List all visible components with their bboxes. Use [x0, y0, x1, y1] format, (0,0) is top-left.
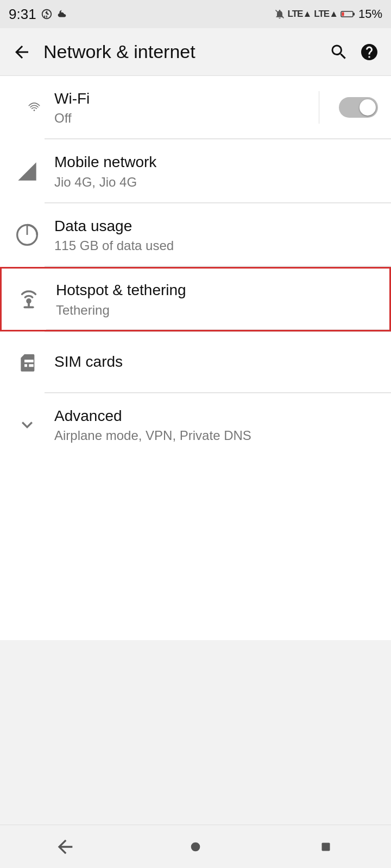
sim-cards-icon: [13, 348, 41, 376]
battery-percent: 15%: [358, 7, 382, 21]
settings-item-sim-cards[interactable]: SIM cards: [0, 332, 391, 393]
status-right-icons: LTE▲ LTE▲ 15%: [274, 7, 382, 21]
data-usage-text: Data usage 115 GB of data used: [54, 216, 378, 253]
settings-list: Wi-Fi Off Mobile network Jio 4G, Jio 4G: [0, 76, 391, 640]
svg-rect-2: [353, 13, 355, 16]
status-bar: 9:31 LTE▲ LTE▲: [0, 0, 391, 28]
wifi-toggle[interactable]: [339, 97, 378, 118]
settings-item-wifi[interactable]: Wi-Fi Off: [0, 76, 391, 139]
nav-home-button[interactable]: [174, 831, 217, 863]
status-right: LTE▲ LTE▲ 15%: [274, 7, 382, 21]
hotspot-text: Hotspot & tethering Tethering: [56, 280, 376, 317]
sim-cards-title: SIM cards: [54, 352, 378, 372]
svg-marker-5: [18, 162, 36, 180]
wifi-title: Wi-Fi: [54, 89, 308, 108]
wifi-divider: [319, 91, 319, 124]
advanced-text: Advanced Airplane mode, VPN, Private DNS: [54, 406, 378, 443]
hotspot-subtitle: Tethering: [56, 303, 376, 318]
lte2-signal-icon: LTE▲: [314, 9, 338, 20]
mobile-network-text: Mobile network Jio 4G, Jio 4G: [54, 152, 378, 189]
hotspot-title: Hotspot & tethering: [56, 280, 376, 300]
cloud-icon: [56, 8, 68, 20]
search-button[interactable]: [326, 39, 352, 65]
wifi-icon: [13, 93, 41, 122]
wifi-settings-text: Wi-Fi Off: [54, 89, 308, 126]
wifi-subtitle: Off: [54, 111, 308, 126]
usb-icon: [41, 8, 53, 20]
advanced-icon: [13, 411, 41, 439]
status-left: 9:31: [9, 6, 68, 23]
settings-item-data-usage[interactable]: Data usage 115 GB of data used: [0, 203, 391, 266]
data-usage-title: Data usage: [54, 216, 378, 236]
nav-back-button[interactable]: [43, 831, 87, 863]
advanced-title: Advanced: [54, 406, 378, 426]
advanced-subtitle: Airplane mode, VPN, Private DNS: [54, 428, 378, 443]
svg-rect-3: [342, 12, 344, 16]
mobile-network-title: Mobile network: [54, 152, 378, 172]
svg-point-4: [34, 110, 35, 111]
content-spacer: [0, 640, 391, 825]
lte-signal-icon: LTE▲: [288, 9, 312, 20]
status-time: 9:31: [9, 6, 36, 23]
battery-icon: [340, 9, 356, 20]
status-icons: [41, 8, 68, 20]
settings-item-advanced[interactable]: Advanced Airplane mode, VPN, Private DNS: [0, 393, 391, 456]
data-usage-subtitle: 115 GB of data used: [54, 238, 378, 253]
mobile-network-icon: [13, 157, 41, 186]
back-button[interactable]: [9, 39, 35, 65]
bottom-nav: [0, 825, 391, 868]
app-bar-actions: [326, 39, 382, 65]
mobile-network-subtitle: Jio 4G, Jio 4G: [54, 175, 378, 190]
svg-point-10: [191, 842, 200, 851]
hotspot-icon: [15, 285, 43, 313]
sim-cards-text: SIM cards: [54, 352, 378, 372]
settings-item-hotspot[interactable]: Hotspot & tethering Tethering: [0, 267, 391, 331]
settings-item-mobile-network[interactable]: Mobile network Jio 4G, Jio 4G: [0, 139, 391, 202]
help-button[interactable]: [356, 39, 382, 65]
mute-icon: [274, 9, 285, 20]
page-title: Network & internet: [43, 41, 317, 62]
data-usage-icon: [13, 221, 41, 249]
svg-rect-11: [322, 843, 330, 851]
nav-recent-button[interactable]: [304, 831, 348, 863]
app-bar: Network & internet: [0, 28, 391, 76]
